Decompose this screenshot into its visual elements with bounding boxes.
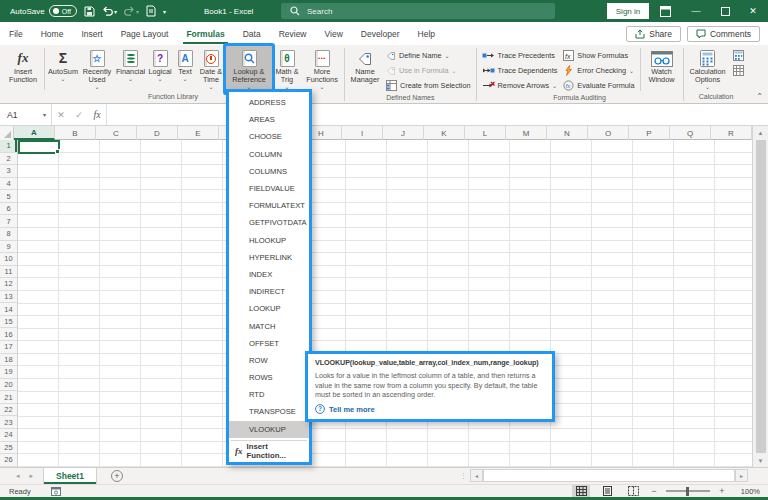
selected-cell-a1[interactable] (18, 140, 60, 154)
normal-view-button[interactable] (572, 485, 590, 497)
use-in-formula-button[interactable]: Use in Formula ⌄ (383, 63, 474, 78)
column-header-p[interactable]: P (629, 126, 670, 140)
vertical-scrollbar[interactable]: ▲ ▼ (752, 126, 768, 467)
autosave-toggle[interactable]: AutoSave Off (10, 5, 77, 17)
menu-item-fieldvalue[interactable]: FIELDVALUE (229, 180, 309, 197)
menu-item-choose[interactable]: CHOOSE (229, 128, 309, 145)
column-header-a[interactable]: A (14, 126, 55, 140)
sheet-prev-arrow-icon[interactable]: ◂ (16, 472, 20, 480)
autosave-pill[interactable]: Off (49, 5, 77, 17)
row-header-17[interactable]: 17 (0, 341, 17, 354)
horizontal-scrollbar[interactable]: ⋮ ◂ ▸ (460, 469, 748, 482)
scroll-left-arrow-icon[interactable]: ◂ (470, 469, 483, 482)
collapse-ribbon-chevron-icon[interactable]: ⌃ (756, 92, 763, 101)
row-header-15[interactable]: 15 (0, 316, 17, 329)
maximize-button[interactable] (712, 0, 738, 22)
menu-item-getpivotdata[interactable]: GETPIVOTDATA (229, 214, 309, 231)
row-header-22[interactable]: 22 (0, 404, 17, 417)
more-functions-button[interactable]: ••• More Functions ⌄ (302, 46, 342, 92)
define-name-button[interactable]: Define Name ⌄ (383, 48, 474, 63)
evaluate-formula-button[interactable]: fx Evaluate Formula (560, 78, 637, 93)
row-header-25[interactable]: 25 (0, 442, 17, 455)
zoom-slider[interactable] (666, 490, 710, 492)
name-box[interactable]: A1 ▾ (0, 104, 52, 125)
zoom-out-button[interactable]: − (650, 486, 658, 496)
print-preview-button[interactable] (146, 5, 156, 17)
menu-item-rows[interactable]: ROWS (229, 369, 309, 386)
menu-item-transpose[interactable]: TRANSPOSE (229, 403, 309, 420)
trace-dependents-button[interactable]: Trace Dependents (479, 63, 561, 78)
financial-button[interactable]: Financial ⌄ (115, 46, 146, 92)
scroll-down-arrow-icon[interactable]: ▼ (753, 454, 768, 467)
row-header-19[interactable]: 19 (0, 366, 17, 379)
page-break-preview-button[interactable] (624, 485, 642, 497)
column-header-q[interactable]: Q (670, 126, 711, 140)
menu-item-hyperlink[interactable]: HYPERLINK (229, 249, 309, 266)
redo-button[interactable]: ▾ (124, 6, 139, 16)
row-header-20[interactable]: 20 (0, 379, 17, 392)
search-input[interactable]: Search (281, 3, 555, 19)
calculate-now-button[interactable] (730, 48, 747, 63)
column-header-r[interactable]: R (711, 126, 752, 140)
row-header-14[interactable]: 14 (0, 303, 17, 316)
save-button[interactable] (84, 6, 95, 17)
row-header-10[interactable]: 10 (0, 253, 17, 266)
column-header-o[interactable]: O (588, 126, 629, 140)
insert-function-fx-button[interactable]: fx (88, 104, 106, 125)
date-time-button[interactable]: Date & Time ⌄ (196, 46, 226, 92)
column-header-d[interactable]: D (137, 126, 178, 140)
row-header-26[interactable]: 26 (0, 454, 17, 467)
sheet-tab-sheet1[interactable]: Sheet1 (43, 468, 97, 484)
row-header-6[interactable]: 6 (0, 203, 17, 216)
formula-input[interactable] (106, 104, 768, 125)
recently-used-button[interactable]: ☆ Recently Used ⌄ (79, 46, 115, 92)
tab-view[interactable]: View (316, 22, 352, 45)
page-layout-view-button[interactable] (598, 485, 616, 497)
column-header-e[interactable]: E (178, 126, 219, 140)
row-header-9[interactable]: 9 (0, 241, 17, 254)
tell-me-more-link[interactable]: ? Tell me more (315, 404, 545, 414)
row-header-7[interactable]: 7 (0, 215, 17, 228)
row-header-1[interactable]: 1 (0, 140, 17, 153)
column-header-n[interactable]: N (547, 126, 588, 140)
row-header-2[interactable]: 2 (0, 153, 17, 166)
row-header-11[interactable]: 11 (0, 266, 17, 279)
horizontal-scroll-thumb[interactable] (483, 469, 735, 482)
menu-item-column[interactable]: COLUMN (229, 146, 309, 163)
comments-button[interactable]: Comments (687, 26, 760, 42)
autosum-button[interactable]: Σ AutoSum ⌄ (47, 46, 79, 92)
tab-file[interactable]: File (0, 22, 32, 45)
column-header-b[interactable]: B (55, 126, 96, 140)
column-header-j[interactable]: J (383, 126, 424, 140)
create-from-selection-button[interactable]: Create from Selection (383, 78, 474, 93)
row-header-5[interactable]: 5 (0, 190, 17, 203)
trace-precedents-button[interactable]: Trace Precedents (479, 48, 561, 63)
menu-item-offset[interactable]: OFFSET (229, 335, 309, 352)
column-header-l[interactable]: L (465, 126, 506, 140)
tab-help[interactable]: Help (409, 22, 444, 45)
ribbon-display-options-button[interactable] (652, 0, 678, 22)
row-header-13[interactable]: 13 (0, 291, 17, 304)
menu-insert-function-item[interactable]: fx Insert Function... (229, 442, 309, 460)
sheet-next-arrow-icon[interactable]: ▸ (30, 472, 34, 480)
row-header-4[interactable]: 4 (0, 178, 17, 191)
menu-item-columns[interactable]: COLUMNS (229, 163, 309, 180)
calculate-sheet-button[interactable] (730, 63, 747, 78)
scrollbar-splitter-icon[interactable]: ⋮ (460, 472, 466, 480)
share-button[interactable]: Share (626, 26, 681, 42)
column-header-i[interactable]: I (342, 126, 383, 140)
zoom-level-label[interactable]: 100% (734, 487, 760, 496)
enter-button[interactable]: ✓ (70, 104, 88, 125)
tab-developer[interactable]: Developer (352, 22, 409, 45)
menu-item-row[interactable]: ROW (229, 352, 309, 369)
menu-item-address[interactable]: ADDRESS (229, 94, 309, 111)
lookup-reference-button[interactable]: Lookup & Reference ⌄ (226, 46, 272, 92)
tab-data[interactable]: Data (234, 22, 270, 45)
math-trig-button[interactable]: θ Math & Trig ⌄ (272, 46, 302, 92)
row-header-24[interactable]: 24 (0, 429, 17, 442)
row-header-21[interactable]: 21 (0, 391, 17, 404)
calculation-options-button[interactable]: Calculation Options ⌄ (686, 46, 730, 92)
tab-review[interactable]: Review (270, 22, 316, 45)
menu-item-formulatext[interactable]: FORMULATEXT (229, 197, 309, 214)
tab-insert[interactable]: Insert (72, 22, 111, 45)
